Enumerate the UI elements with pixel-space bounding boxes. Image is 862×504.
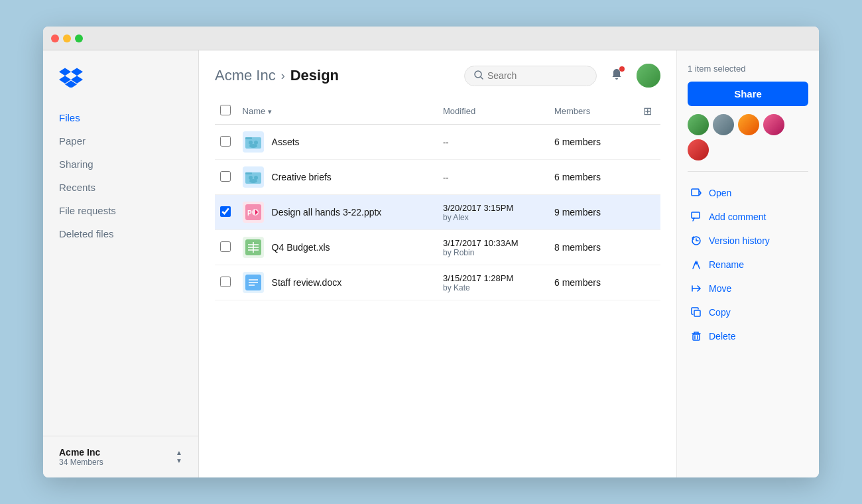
file-name: Assets — [272, 137, 300, 147]
table-row[interactable]: P Design all hands 3-22.pptx 3/20/2017 3… — [215, 195, 660, 230]
search-box[interactable] — [464, 66, 597, 86]
col-modified-label: Modified — [438, 98, 549, 125]
modified-date: 3/15/2017 1:28PM — [443, 273, 544, 283]
action-version-history[interactable]: Version history — [688, 230, 808, 251]
selected-info: 1 item selected — [688, 64, 808, 74]
view-toggle-icon[interactable]: ⊞ — [643, 105, 652, 117]
action-rename[interactable]: Rename — [688, 254, 808, 275]
modified-cell: 3/20/2017 3:15PMby Alex — [438, 195, 549, 230]
members-cell: 6 members — [549, 125, 638, 160]
table-row[interactable]: Assets -- 6 members — [215, 125, 660, 160]
arrow-up-icon[interactable]: ▲ — [176, 450, 182, 456]
row-checkbox[interactable] — [220, 136, 231, 147]
window-controls — [51, 34, 83, 42]
breadcrumb-parent[interactable]: Acme Inc — [215, 67, 276, 84]
action-open[interactable]: Open — [688, 182, 808, 204]
select-all-checkbox[interactable] — [220, 105, 231, 115]
sidebar-item-paper[interactable]: Paper — [43, 129, 198, 153]
svg-line-1 — [481, 77, 483, 79]
breadcrumb: Acme Inc › Design — [215, 67, 339, 84]
svg-rect-3 — [245, 137, 252, 139]
action-label-open: Open — [709, 188, 731, 198]
action-delete[interactable]: Delete — [688, 326, 808, 347]
file-icon — [243, 131, 264, 153]
sidebar-org-info: Acme Inc 34 Members — [59, 447, 103, 467]
comment-icon — [690, 211, 702, 223]
move-icon — [690, 283, 702, 294]
table-row[interactable]: Creative briefs -- 6 members — [215, 160, 660, 195]
org-switcher[interactable]: ▲ ▼ — [176, 450, 182, 464]
search-icon — [474, 70, 483, 82]
table-row[interactable]: Q4 Budget.xls 3/17/2017 10:33AMby Robin … — [215, 230, 660, 265]
open-icon — [690, 187, 702, 199]
action-list: Open Add comment Version history Rename … — [688, 182, 808, 347]
right-panel: 1 item selected Share Open Add comment V… — [676, 50, 819, 477]
action-copy[interactable]: Copy — [688, 302, 808, 323]
file-name-cell: Staff review.docx — [243, 272, 432, 293]
row-checkbox[interactable] — [220, 241, 231, 252]
dropbox-logo-icon — [59, 66, 83, 88]
modified-date: 3/20/2017 3:15PM — [443, 203, 544, 213]
action-label-delete: Delete — [709, 331, 735, 342]
svg-point-4 — [249, 141, 253, 145]
file-icon: P — [243, 202, 264, 223]
svg-text:P: P — [247, 210, 252, 217]
svg-rect-24 — [692, 189, 699, 196]
table-row[interactable]: Staff review.docx 3/15/2017 1:28PMby Kat… — [215, 265, 660, 300]
svg-point-10 — [254, 176, 258, 180]
sidebar-item-recents[interactable]: Recents — [43, 176, 198, 199]
delete-icon — [690, 330, 702, 342]
row-checkbox[interactable] — [220, 277, 231, 287]
svg-point-11 — [249, 179, 257, 183]
row-checkbox[interactable] — [220, 171, 231, 182]
svg-rect-25 — [692, 212, 700, 218]
member-avatars — [688, 114, 808, 160]
sidebar-logo — [43, 66, 198, 106]
action-move[interactable]: Move — [688, 278, 808, 299]
file-icon — [243, 237, 264, 258]
modified-date: -- — [443, 172, 449, 182]
sort-icon[interactable]: ▾ — [268, 107, 272, 115]
sidebar-item-file-requests[interactable]: File requests — [43, 199, 198, 222]
modified-date: 3/17/2017 10:33AM — [443, 238, 544, 248]
org-name: Acme Inc — [59, 447, 103, 458]
breadcrumb-current: Design — [290, 67, 339, 84]
action-add-comment[interactable]: Add comment — [688, 206, 808, 227]
svg-point-6 — [249, 144, 257, 148]
arrow-down-icon[interactable]: ▼ — [176, 458, 182, 464]
member-avatar-5 — [688, 139, 709, 160]
action-label-move: Move — [709, 283, 731, 294]
minimize-button[interactable] — [63, 34, 71, 42]
file-name: Creative briefs — [272, 172, 332, 182]
share-button[interactable]: Share — [688, 82, 808, 106]
svg-rect-8 — [245, 172, 252, 174]
user-avatar[interactable] — [637, 64, 660, 88]
col-name-label: Name — [243, 106, 266, 116]
file-name: Design all hands 3-22.pptx — [272, 207, 382, 218]
copy-icon — [690, 306, 702, 318]
modified-date: -- — [443, 137, 449, 147]
action-label-copy: Copy — [709, 307, 731, 318]
titlebar — [43, 27, 819, 50]
main-header: Acme Inc › Design — [199, 50, 676, 98]
file-name-cell: Creative briefs — [243, 166, 432, 188]
members-cell: 8 members — [549, 230, 638, 265]
close-button[interactable] — [51, 34, 59, 42]
notification-bell[interactable] — [605, 64, 629, 88]
sidebar-item-sharing[interactable]: Sharing — [43, 153, 198, 176]
rename-icon — [690, 259, 702, 271]
file-name-cell: P Design all hands 3-22.pptx — [243, 202, 432, 223]
action-label-add-comment: Add comment — [709, 212, 766, 222]
search-input[interactable] — [487, 70, 587, 81]
svg-point-5 — [254, 141, 258, 145]
action-label-version-history: Version history — [709, 235, 770, 246]
maximize-button[interactable] — [75, 34, 83, 42]
row-checkbox[interactable] — [220, 206, 231, 217]
history-icon — [690, 235, 702, 247]
modified-cell: -- — [438, 160, 549, 195]
modified-by: by Robin — [443, 248, 544, 257]
member-avatar-2 — [713, 114, 734, 135]
sidebar-item-files[interactable]: Files — [43, 106, 198, 129]
members-cell: 6 members — [549, 265, 638, 300]
sidebar-item-deleted-files[interactable]: Deleted files — [43, 222, 198, 245]
